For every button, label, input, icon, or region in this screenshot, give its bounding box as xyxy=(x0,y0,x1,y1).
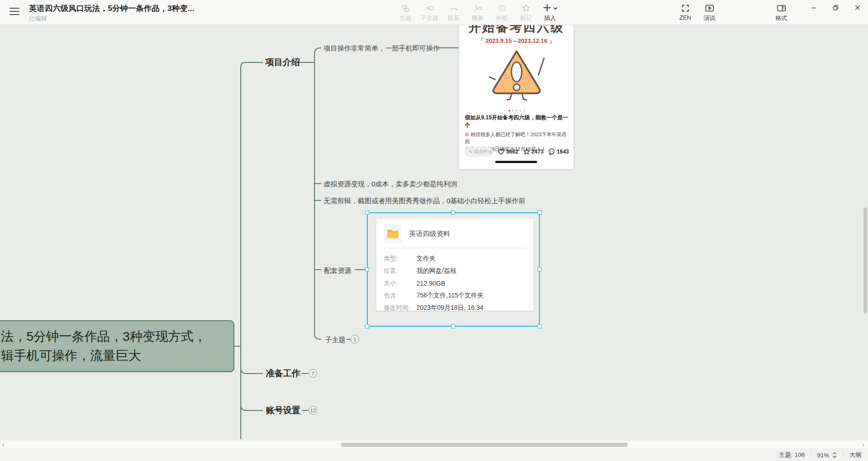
toolbar-relation-button[interactable]: 联系 xyxy=(442,3,466,22)
plus-icon xyxy=(543,3,553,13)
summary-icon xyxy=(473,4,482,13)
topic-icon xyxy=(401,4,410,13)
subtopic-virtual-resource[interactable]: 虚拟资源变现，0成本，卖多卖少都是纯利润 xyxy=(324,179,457,189)
chevron-down-icon xyxy=(553,5,558,11)
toolbar-boundary-button[interactable]: 外框 xyxy=(490,3,514,22)
branch-preparation[interactable]: 准备工作 xyxy=(266,369,300,379)
horizontal-scrollbar[interactable]: ‹ › xyxy=(0,440,868,449)
horizontal-scrollbar-thumb[interactable] xyxy=(341,443,628,447)
heart-icon xyxy=(497,148,505,155)
subtopic-bundled-resource[interactable]: 配套资源 xyxy=(324,266,351,275)
subtopic-operation[interactable]: 项目操作非常简单，一部手机即可操作 xyxy=(324,43,440,53)
toolbar-subtopic-button[interactable]: 子主题 xyxy=(417,3,442,22)
toolbar-zen-button[interactable]: ZEN xyxy=(673,3,697,22)
vertical-scrollbar-thumb[interactable] xyxy=(863,207,867,313)
boundary-icon xyxy=(497,4,507,13)
mindmap-canvas[interactable]: 法，5分钟一条作品，3种变现方式， 辑手机可操作，流量巨大 项目介绍 准备工作 … xyxy=(0,0,868,449)
scroll-right-arrow[interactable]: › xyxy=(862,441,864,448)
badge-account-count[interactable]: 12 xyxy=(309,406,317,415)
poster-post-title: 假如从9.15开始备考四六级，能救一个是一 个 xyxy=(465,114,569,129)
subtopic-icon xyxy=(425,4,434,13)
resize-handle-bottom-left[interactable] xyxy=(365,324,369,328)
toolbar-topic-button[interactable]: 主题 xyxy=(393,3,417,22)
toolbar-insert-button[interactable]: 插入 xyxy=(538,3,562,22)
poster-clipped-heading: 开始备考四六级 xyxy=(459,25,574,35)
title-block: 英语四六级风口玩法，5分钟一条作品，3种变... 已编辑 xyxy=(29,3,194,23)
window-minimize-button[interactable] xyxy=(804,0,824,15)
flower-emoji-icon: ✿ xyxy=(465,132,469,137)
badge-preparation-count[interactable]: 7 xyxy=(309,369,317,378)
favorite-count: 2473 xyxy=(523,148,544,155)
outline-view-button[interactable]: 大纲 xyxy=(849,451,862,459)
file-row-size: 大小: 212.90GB xyxy=(384,277,526,289)
file-row-location: 位置: 我的网盘/荔枝 xyxy=(384,265,526,277)
resize-handle-bottom-center[interactable] xyxy=(451,324,455,328)
zoom-level: 91% xyxy=(817,452,829,459)
topic-count: 主题: 106 xyxy=(779,451,805,459)
resize-handle-mid-left[interactable] xyxy=(365,267,369,271)
star-icon xyxy=(523,148,530,155)
poster-action-bar: ✎ 说点什么... 3662 2473 xyxy=(465,147,569,157)
selection-frame: 英语四级资料 类型: 文件夹 位置: 我的网盘/荔枝 大小: 212.90GB … xyxy=(367,212,540,327)
subtopic-child[interactable]: 子主题 xyxy=(325,335,345,344)
statusbar-separator xyxy=(811,452,811,458)
toolbar-summary-button[interactable]: 概要 xyxy=(466,3,490,22)
file-row-modified: 修改时间: 2023年09月18日, 16:34 xyxy=(384,302,526,314)
menu-hamburger-icon[interactable] xyxy=(10,8,20,16)
central-topic-line1: 法，5分钟一条作品，3种变现方式， xyxy=(1,327,233,346)
file-info-card[interactable]: 英语四级资料 类型: 文件夹 位置: 我的网盘/荔枝 大小: 212.90GB … xyxy=(376,219,533,311)
home-indicator-bar xyxy=(495,161,537,163)
central-topic-line2: 辑手机可操作，流量巨大 xyxy=(1,346,233,365)
toolbar-marker-button[interactable]: 标记 xyxy=(514,3,538,22)
file-name: 英语四级资料 xyxy=(409,230,450,238)
close-icon xyxy=(854,5,861,11)
warning-triangle-illustration xyxy=(487,46,547,109)
poster-date-range: 「 2023.9.15～2023.12.16 」 xyxy=(459,37,574,45)
comment-input-pill: ✎ 说点什么... xyxy=(465,147,493,157)
comment-bubble-icon xyxy=(548,148,555,155)
zoom-control[interactable]: 91% xyxy=(817,451,837,459)
file-row-contains: 包含: 756个文件,115个文件夹 xyxy=(384,289,526,302)
relation-icon xyxy=(449,4,458,13)
restore-icon xyxy=(832,5,839,11)
badge-subtopic-count[interactable]: 1 xyxy=(350,335,359,343)
comment-count: 1643 xyxy=(548,148,569,155)
folder-icon xyxy=(384,225,402,243)
document-edit-status: 已编辑 xyxy=(29,15,194,23)
resize-handle-top-right[interactable] xyxy=(538,210,542,215)
zen-brackets-icon xyxy=(681,4,690,13)
toolbar-format-button[interactable]: 格式 xyxy=(769,3,793,22)
branch-account-setup[interactable]: 账号设置 xyxy=(266,405,300,415)
pencil-icon: ✎ xyxy=(468,149,472,154)
carousel-dots xyxy=(459,110,574,112)
resize-handle-top-left[interactable] xyxy=(365,210,369,215)
statusbar-separator xyxy=(843,452,843,458)
poster-image-card[interactable]: 开始备考四六级 「 2023.9.15～2023.12.16 」 假如从9.15… xyxy=(459,25,574,169)
toolbar: 英语四六级风口玩法，5分钟一条作品，3种变... 已编辑 主题 子主题 联系 概… xyxy=(0,0,868,25)
marker-star-icon xyxy=(522,4,531,13)
central-topic[interactable]: 法，5分钟一条作品，3种变现方式， 辑手机可操作，流量巨大 xyxy=(0,320,234,372)
play-presentation-icon xyxy=(705,4,715,13)
subtopic-no-editing[interactable]: 无需剪辑，截图或者用美图秀秀做作品，0基础小白轻松上手操作前 xyxy=(324,196,525,205)
toolbar-present-button[interactable]: 演说 xyxy=(697,3,721,22)
window-restore-button[interactable] xyxy=(826,0,846,15)
zoom-stepper-icon[interactable] xyxy=(832,451,837,459)
scroll-left-arrow[interactable]: ‹ xyxy=(2,441,5,448)
resize-handle-mid-right[interactable] xyxy=(538,267,542,271)
status-bar: 主题: 106 91% 大纲 xyxy=(0,449,868,461)
like-count: 3662 xyxy=(497,148,518,155)
document-title: 英语四六级风口玩法，5分钟一条作品，3种变... xyxy=(29,3,194,14)
format-panel-icon xyxy=(777,4,787,13)
window-close-button[interactable] xyxy=(848,0,868,15)
resize-handle-top-center[interactable] xyxy=(451,210,455,215)
file-row-type: 类型: 文件夹 xyxy=(384,252,526,265)
branch-project-intro[interactable]: 项目介绍 xyxy=(265,57,300,67)
resize-handle-bottom-right[interactable] xyxy=(538,324,542,328)
minimize-icon xyxy=(811,5,817,11)
